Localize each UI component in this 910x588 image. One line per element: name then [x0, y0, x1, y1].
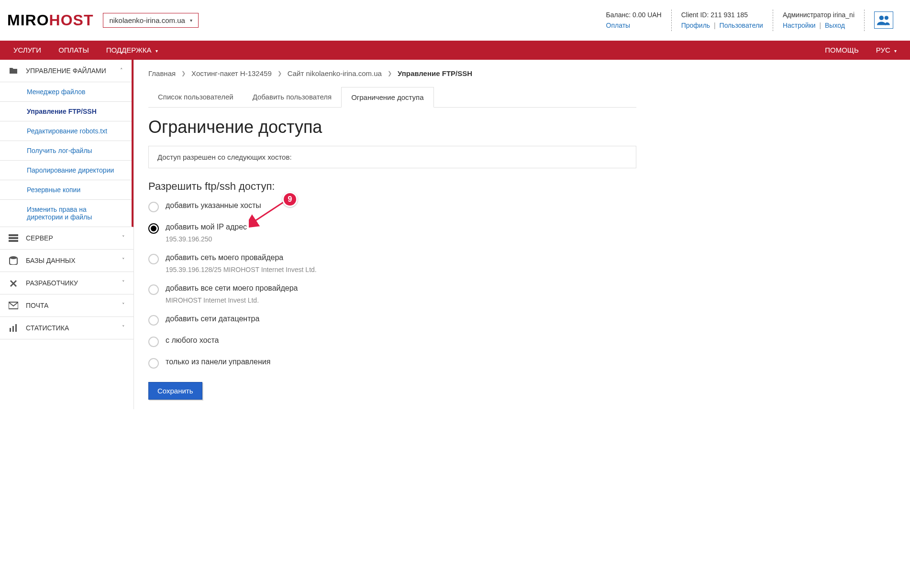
chevron-down-icon: ˅ [122, 257, 125, 263]
radio-item-my-ip: добавить мой IP адрес 195.39.196.250 9 [148, 223, 636, 243]
tabs: Список пользователей Добавить пользовате… [148, 87, 636, 108]
chevron-right-icon: ❯ [388, 70, 392, 76]
tab-restrict[interactable]: Ограничение доступа [341, 87, 433, 108]
chevron-down-icon: ▾ [155, 48, 158, 54]
avatar-icon[interactable] [874, 11, 893, 29]
top-header: MIROHOST nikolaenko-irina.com.ua ▾ Балан… [0, 0, 910, 41]
radio-any-host[interactable] [148, 337, 159, 347]
svg-point-0 [879, 16, 884, 20]
radio-item-datacenter: добавить сети датацентра [148, 315, 636, 326]
balance-col: Баланс: 0.00 UAH Оплаты [597, 10, 671, 31]
content: Главная ❯ Хостинг-пакет H-132459 ❯ Сайт … [134, 60, 651, 409]
sidebar: УПРАВЛЕНИЕ ФАЙЛАМИ ˄ Менеджер файлов Упр… [0, 60, 134, 409]
radio-item-panel-only: только из панели управления [148, 358, 636, 369]
sidebar-head-mail[interactable]: ПОЧТА ˅ [0, 294, 133, 316]
sidebar-section-dev: РАЗРАБОТЧИКУ ˅ [0, 272, 133, 294]
sidebar-head-files[interactable]: УПРАВЛЕНИЕ ФАЙЛАМИ ˄ [0, 60, 132, 82]
sidebar-server-label: СЕРВЕР [26, 234, 122, 242]
chevron-down-icon: ˅ [122, 280, 125, 286]
svg-rect-2 [9, 234, 18, 236]
radio-item-provider-net: добавить сеть моего провайдера 195.39.19… [148, 253, 636, 273]
nav-support[interactable]: ПОДДЕРЖКА ▾ [98, 41, 166, 59]
domain-selector-label: nikolaenko-irina.com.ua [109, 16, 185, 24]
payments-link[interactable]: Оплаты [606, 22, 631, 29]
profile-link[interactable]: Профиль [681, 22, 710, 29]
sidebar-head-db[interactable]: БАЗЫ ДАННЫХ ˅ [0, 250, 133, 272]
chevron-down-icon: ▾ [190, 18, 192, 23]
nav-help[interactable]: ПОМОЩЬ [816, 41, 867, 59]
sidebar-item-password-dir: Паролирование директории [0, 160, 132, 180]
admin-col: Администратор irina_ni Настройки | Выход [773, 10, 864, 31]
nav-lang[interactable]: РУС ▾ [867, 41, 905, 59]
sidebar-head-dev[interactable]: РАЗРАБОТЧИКУ ˅ [0, 272, 133, 294]
chevron-down-icon: ˅ [122, 302, 125, 308]
sidebar-item-ftp-ssh: Управление FTP/SSH [0, 101, 132, 121]
sidebar-section-db: БАЗЫ ДАННЫХ ˅ [0, 250, 133, 272]
sidebar-sub-files: Менеджер файлов Управление FTP/SSH Редак… [0, 82, 132, 227]
save-button[interactable]: Сохранить [148, 382, 202, 400]
logo[interactable]: MIROHOST [7, 11, 93, 29]
svg-rect-3 [9, 237, 18, 239]
breadcrumb-current: Управление FTP/SSH [398, 69, 472, 77]
tools-icon [9, 279, 19, 287]
radio-label: добавить мой IP адрес [166, 223, 247, 231]
radio-datacenter[interactable] [148, 315, 159, 326]
top-right: Баланс: 0.00 UAH Оплаты Client ID: 211 9… [597, 10, 903, 31]
radio-label: добавить сеть моего провайдера [166, 253, 317, 262]
radio-my-ip[interactable] [148, 223, 159, 234]
radio-detail: MIROHOST Internet Invest Ltd. [166, 296, 298, 304]
settings-link[interactable]: Настройки [783, 22, 816, 29]
separator: | [820, 22, 821, 29]
nav-payments[interactable]: ОПЛАТЫ [50, 41, 98, 59]
sidebar-section-stats: СТАТИСТИКА ˅ [0, 317, 133, 339]
client-col: Client ID: 211 931 185 Профиль | Пользов… [671, 10, 773, 31]
radio-detail: 195.39.196.250 [166, 235, 247, 243]
sidebar-item-file-manager: Менеджер файлов [0, 82, 132, 101]
body-wrap: УПРАВЛЕНИЕ ФАЙЛАМИ ˄ Менеджер файлов Упр… [0, 60, 910, 409]
radio-all-provider-nets[interactable] [148, 284, 159, 295]
radio-provider-net[interactable] [148, 254, 159, 264]
breadcrumb-home[interactable]: Главная [148, 69, 176, 77]
radio-panel-only[interactable] [148, 358, 159, 369]
chevron-up-icon: ˄ [120, 67, 123, 74]
sidebar-mail-label: ПОЧТА [26, 302, 122, 309]
breadcrumb: Главная ❯ Хостинг-пакет H-132459 ❯ Сайт … [148, 69, 636, 77]
sidebar-head-server[interactable]: СЕРВЕР ˅ [0, 227, 133, 249]
svg-line-10 [254, 200, 287, 222]
domain-selector[interactable]: nikolaenko-irina.com.ua ▾ [103, 13, 198, 28]
annotation-badge: 9 [282, 192, 298, 207]
admin-label: Администратор irina_ni [783, 10, 855, 20]
sidebar-section-files: УПРАВЛЕНИЕ ФАЙЛАМИ ˄ Менеджер файлов Упр… [0, 60, 133, 227]
chevron-right-icon: ❯ [277, 70, 282, 76]
radio-specified-hosts[interactable] [148, 202, 159, 212]
logo-part-2: HOST [49, 11, 94, 29]
client-id-label: Client ID: 211 931 185 [681, 10, 763, 20]
sidebar-db-label: БАЗЫ ДАННЫХ [26, 257, 122, 264]
breadcrumb-package[interactable]: Хостинг-пакет H-132459 [191, 69, 272, 77]
sidebar-stats-label: СТАТИСТИКА [26, 324, 122, 332]
sidebar-section-server: СЕРВЕР ˅ [0, 227, 133, 250]
sidebar-item-permissions: Изменить права на директории и файлы [0, 199, 132, 227]
logo-part-1: MIRO [7, 11, 49, 29]
nav-services[interactable]: УСЛУГИ [5, 41, 50, 59]
radio-label: добавить указанные хосты [166, 201, 261, 210]
main-nav: УСЛУГИ ОПЛАТЫ ПОДДЕРЖКА ▾ ПОМОЩЬ РУС ▾ [0, 41, 910, 60]
sidebar-dev-label: РАЗРАБОТЧИКУ [26, 279, 122, 287]
users-link[interactable]: Пользователи [720, 22, 763, 29]
chevron-right-icon: ❯ [181, 70, 186, 76]
logout-link[interactable]: Выход [825, 22, 845, 29]
sidebar-head-stats[interactable]: СТАТИСТИКА ˅ [0, 317, 133, 339]
radio-label: добавить все сети моего провайдера [166, 284, 298, 293]
breadcrumb-site[interactable]: Сайт nikolaenko-irina.com.ua [288, 69, 382, 77]
tab-user-list[interactable]: Список пользователей [148, 87, 243, 107]
sidebar-item-backup: Резервные копии [0, 180, 132, 199]
radio-label: добавить сети датацентра [166, 315, 259, 323]
stats-icon [9, 324, 19, 332]
page-title: Ограничение доступа [148, 117, 636, 137]
svg-rect-9 [15, 324, 17, 332]
mail-icon [9, 301, 19, 310]
svg-point-1 [885, 16, 888, 20]
svg-point-5 [10, 256, 17, 259]
tab-add-user[interactable]: Добавить пользователя [243, 87, 341, 107]
page-subtitle: Разрешить ftp/ssh доступ: [148, 180, 636, 193]
